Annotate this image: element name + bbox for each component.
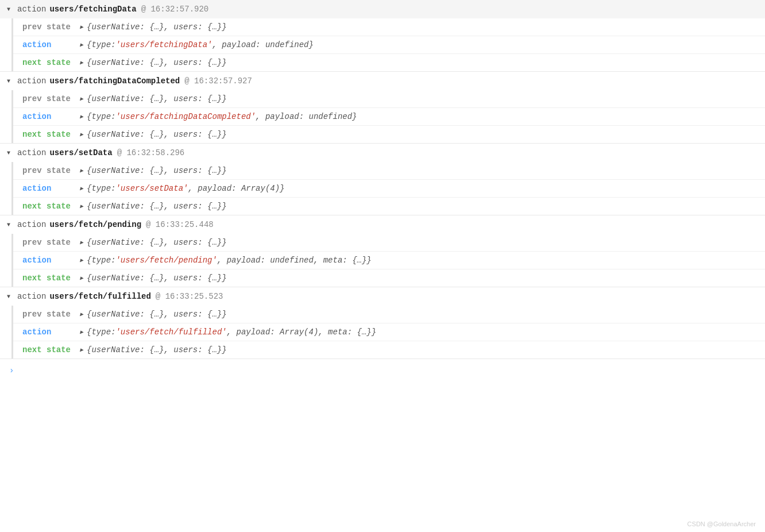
chevron-icon-2: ▼ [7, 78, 14, 84]
next-state-value-1: ▶ {userNative: {…}, users: {…}} [80, 58, 227, 67]
prev-state-row-5: prev state ▶ {userNative: {…}, users: {…… [13, 306, 765, 323]
action-header-1[interactable]: ▼ action users/fetchingData @ 16:32:57.9… [0, 0, 765, 18]
next-state-expand-5[interactable]: ▶ [80, 346, 83, 353]
next-state-label-4: next state [22, 273, 80, 283]
action-row-2: action ▶{type: 'users/fatchingDataComple… [13, 108, 765, 126]
next-state-label-2: next state [22, 130, 80, 139]
action-details-1: prev state ▶ {userNative: {…}, users: {…… [11, 18, 765, 71]
next-state-expand-1[interactable]: ▶ [80, 59, 83, 66]
action-time-5: @ 16:33:25.523 [156, 292, 223, 301]
next-state-row-1: next state ▶ {userNative: {…}, users: {…… [13, 54, 765, 71]
action-label-1: action [17, 5, 46, 14]
action-key-label-1: action [22, 40, 80, 49]
prev-state-row-3: prev state ▶ {userNative: {…}, users: {…… [13, 162, 765, 180]
footer: › [0, 359, 765, 382]
action-header-5[interactable]: ▼ action users/fetch/fulfilled @ 16:33:2… [0, 287, 765, 306]
prev-state-expand-1[interactable]: ▶ [80, 24, 83, 30]
prev-state-expand-2[interactable]: ▶ [80, 95, 83, 102]
action-details-2: prev state ▶ {userNative: {…}, users: {…… [11, 90, 765, 143]
action-name-1: users/fetchingData [49, 5, 136, 14]
prev-state-value-4: ▶ {userNative: {…}, users: {…}} [80, 238, 227, 247]
next-state-expand-2[interactable]: ▶ [80, 131, 83, 138]
next-state-label-5: next state [22, 345, 80, 354]
action-time-2: @ 16:32:57.927 [184, 76, 252, 86]
prev-state-row-2: prev state ▶ {userNative: {…}, users: {…… [13, 90, 765, 108]
action-key-label-5: action [22, 327, 80, 337]
next-state-expand-4[interactable]: ▶ [80, 275, 83, 282]
log-container: ▼ action users/fetchingData @ 16:32:57.9… [0, 0, 765, 532]
action-group-5: ▼ action users/fetch/fulfilled @ 16:33:2… [0, 287, 765, 359]
action-label-3: action [17, 148, 46, 157]
next-state-row-2: next state ▶ {userNative: {…}, users: {…… [13, 126, 765, 143]
action-row-5: action ▶{type: 'users/fetch/fulfilled', … [13, 323, 765, 341]
action-value-4: ▶{type: 'users/fetch/pending', payload: … [80, 256, 372, 265]
action-details-4: prev state ▶ {userNative: {…}, users: {…… [11, 234, 765, 287]
action-group-4: ▼ action users/fetch/pending @ 16:33:25.… [0, 215, 765, 287]
prev-state-label-2: prev state [22, 94, 80, 103]
action-value-5: ▶{type: 'users/fetch/fulfilled', payload… [80, 327, 376, 337]
prev-state-label-3: prev state [22, 166, 80, 175]
action-label-5: action [17, 292, 46, 301]
next-state-value-5: ▶ {userNative: {…}, users: {…}} [80, 345, 227, 354]
action-details-5: prev state ▶ {userNative: {…}, users: {…… [11, 306, 765, 358]
action-row-1: action ▶{type: 'users/fetchingData', pay… [13, 36, 765, 54]
next-state-row-4: next state ▶ {userNative: {…}, users: {…… [13, 269, 765, 287]
action-group-2: ▼ action users/fatchingDataCompleted @ 1… [0, 72, 765, 144]
action-name-5: users/fetch/fulfilled [49, 292, 150, 301]
action-value-1: ▶{type: 'users/fetchingData', payload: u… [80, 40, 314, 49]
action-time-4: @ 16:33:25.448 [146, 220, 214, 229]
chevron-icon-5: ▼ [7, 294, 14, 300]
prev-state-expand-3[interactable]: ▶ [80, 167, 83, 174]
action-key-label-3: action [22, 184, 80, 193]
prev-state-label-4: prev state [22, 238, 80, 247]
action-header-3[interactable]: ▼ action users/setData @ 16:32:58.296 [0, 144, 765, 162]
chevron-icon-3: ▼ [7, 150, 14, 156]
next-state-value-3: ▶ {userNative: {…}, users: {…}} [80, 202, 227, 211]
chevron-icon-1: ▼ [7, 6, 14, 13]
action-time-3: @ 16:32:58.296 [117, 148, 185, 157]
prev-state-value-1: ▶ {userNative: {…}, users: {…}} [80, 22, 227, 32]
action-value-expand-1[interactable]: ▶ [80, 41, 83, 48]
next-chevron[interactable]: › [9, 366, 14, 375]
next-state-expand-3[interactable]: ▶ [80, 203, 83, 210]
action-label-4: action [17, 220, 46, 229]
action-header-2[interactable]: ▼ action users/fatchingDataCompleted @ 1… [0, 72, 765, 90]
prev-state-row-4: prev state ▶ {userNative: {…}, users: {…… [13, 234, 765, 252]
chevron-icon-4: ▼ [7, 222, 14, 228]
action-name-3: users/setData [49, 148, 112, 157]
action-name-2: users/fatchingDataCompleted [49, 76, 180, 86]
next-state-row-3: next state ▶ {userNative: {…}, users: {…… [13, 198, 765, 215]
action-row-4: action ▶{type: 'users/fetch/pending', pa… [13, 252, 765, 269]
action-value-expand-2[interactable]: ▶ [80, 113, 83, 120]
action-value-expand-4[interactable]: ▶ [80, 257, 83, 264]
action-key-label-4: action [22, 256, 80, 265]
action-details-3: prev state ▶ {userNative: {…}, users: {…… [11, 162, 765, 215]
action-row-3: action ▶{type: 'users/setData', payload:… [13, 180, 765, 198]
watermark: CSDN @GoldenaArcher [687, 521, 756, 527]
next-state-row-5: next state ▶ {userNative: {…}, users: {…… [13, 341, 765, 358]
next-state-value-4: ▶ {userNative: {…}, users: {…}} [80, 273, 227, 283]
action-value-3: ▶{type: 'users/setData', payload: Array(… [80, 184, 285, 193]
action-time-1: @ 16:32:57.920 [141, 5, 209, 14]
action-value-expand-5[interactable]: ▶ [80, 329, 83, 336]
action-value-2: ▶{type: 'users/fatchingDataCompleted', p… [80, 112, 357, 121]
prev-state-value-3: ▶ {userNative: {…}, users: {…}} [80, 166, 227, 175]
action-key-label-2: action [22, 112, 80, 121]
prev-state-row-1: prev state ▶ {userNative: {…}, users: {…… [13, 18, 765, 36]
action-header-4[interactable]: ▼ action users/fetch/pending @ 16:33:25.… [0, 215, 765, 234]
prev-state-expand-5[interactable]: ▶ [80, 311, 83, 318]
next-state-value-2: ▶ {userNative: {…}, users: {…}} [80, 130, 227, 139]
action-label-2: action [17, 76, 46, 86]
prev-state-label-1: prev state [22, 22, 80, 32]
action-value-expand-3[interactable]: ▶ [80, 185, 83, 192]
prev-state-expand-4[interactable]: ▶ [80, 239, 83, 246]
prev-state-label-5: prev state [22, 310, 80, 319]
prev-state-value-2: ▶ {userNative: {…}, users: {…}} [80, 94, 227, 103]
prev-state-value-5: ▶ {userNative: {…}, users: {…}} [80, 310, 227, 319]
next-state-label-3: next state [22, 202, 80, 211]
next-state-label-1: next state [22, 58, 80, 67]
action-name-4: users/fetch/pending [49, 220, 141, 229]
action-group-3: ▼ action users/setData @ 16:32:58.296 pr… [0, 144, 765, 215]
action-group-1: ▼ action users/fetchingData @ 16:32:57.9… [0, 0, 765, 72]
